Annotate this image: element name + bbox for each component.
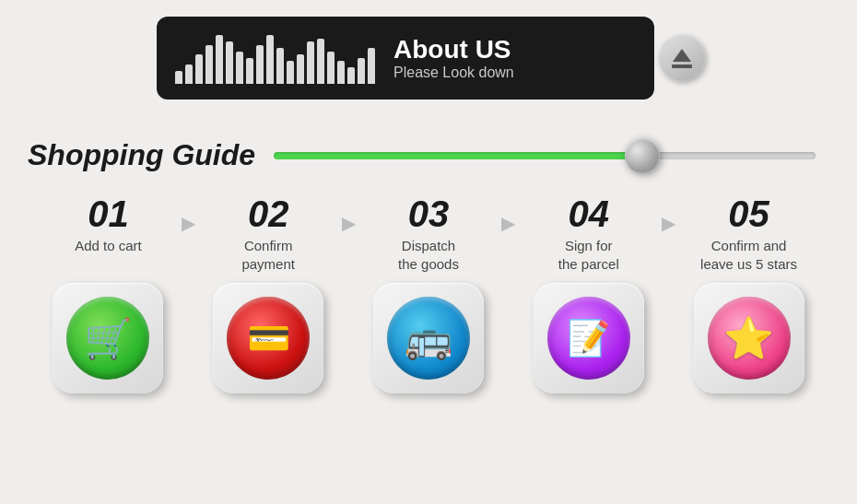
banner-text-block: About US Please Look down <box>393 35 514 81</box>
step-3-label: Dispatchthe goods <box>398 237 459 274</box>
arrow-1-2: ▶ <box>180 212 197 234</box>
step-2-number: 02 <box>248 195 289 232</box>
step-2-button[interactable]: 💳 <box>213 283 323 393</box>
slider-thumb[interactable] <box>625 138 660 173</box>
steps-container: 01 Add to cart 🛒 ▶ 02 Confirmpayment 💳 ▶… <box>28 195 829 393</box>
arrow-3-4: ▶ <box>499 212 517 234</box>
step-4: 04 Sign forthe parcel 📝 <box>517 195 660 393</box>
step-5-number: 05 <box>728 195 769 232</box>
star-icon: ⭐ <box>708 297 791 380</box>
step-1-label: Add to cart <box>75 237 142 274</box>
about-us-banner: About US Please Look down <box>157 17 654 100</box>
step-1-button[interactable]: 🛒 <box>53 283 163 393</box>
step-3-button[interactable]: 🚌 <box>373 283 484 393</box>
step-5-label: Confirm andleave us 5 stars <box>700 237 797 274</box>
progress-slider[interactable] <box>274 147 816 165</box>
step-4-label: Sign forthe parcel <box>558 237 619 274</box>
eject-button[interactable] <box>659 35 705 81</box>
shopping-guide-section: Shopping Guide 01 Add to cart 🛒 ▶ 02 Con… <box>28 138 829 393</box>
arrow-2-3: ▶ <box>340 212 358 234</box>
banner-title: About US <box>393 35 514 64</box>
step-4-number: 04 <box>569 195 610 232</box>
step-2: 02 Confirmpayment 💳 <box>197 195 340 393</box>
payment-icon: 💳 <box>227 297 310 380</box>
guide-title: Shopping Guide <box>28 138 255 172</box>
cart-icon: 🛒 <box>66 297 149 380</box>
step-3: 03 Dispatchthe goods 🚌 <box>358 195 500 393</box>
banner-subtitle: Please Look down <box>393 64 514 81</box>
step-1: 01 Add to cart 🛒 <box>37 195 180 393</box>
sign-icon: 📝 <box>547 297 630 380</box>
step-1-number: 01 <box>88 195 129 232</box>
step-4-button[interactable]: 📝 <box>534 283 644 393</box>
step-5-button[interactable]: ⭐ <box>694 283 804 393</box>
step-3-number: 03 <box>408 195 450 232</box>
step-5: 05 Confirm andleave us 5 stars ⭐ <box>677 195 820 393</box>
step-2-label: Confirmpayment <box>241 237 295 274</box>
guide-header: Shopping Guide <box>28 138 829 172</box>
arrow-4-5: ▶ <box>660 212 677 234</box>
slider-track <box>274 152 816 159</box>
equalizer-visual <box>175 33 375 84</box>
truck-icon: 🚌 <box>387 297 470 380</box>
